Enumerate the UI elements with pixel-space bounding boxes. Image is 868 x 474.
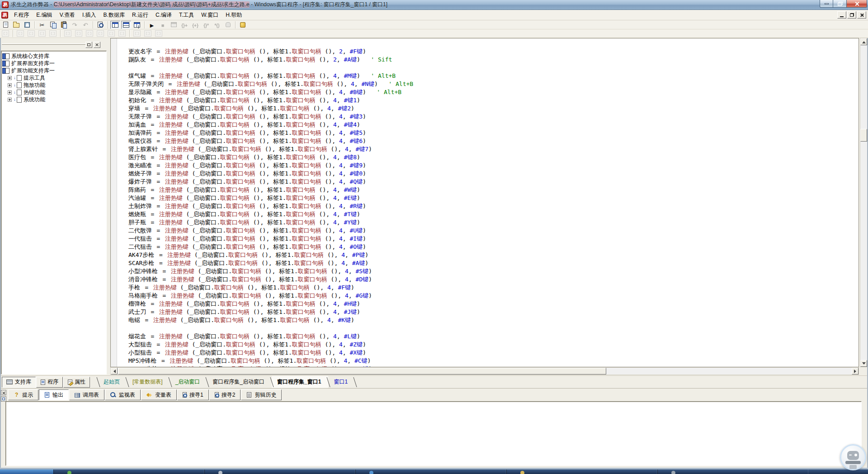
close-button[interactable]	[847, 0, 867, 8]
menu-item-w[interactable]: W.窗口	[198, 10, 222, 20]
output-close-button[interactable]	[1, 390, 6, 395]
library-tree[interactable]: 系统核心支持库扩展界面支持库一扩展功能支持库一提示工具拖放功能热键功能系统功能	[1, 51, 107, 374]
code-line[interactable]: 烟花盒 ＝ 注册热键 (_启动窗口.取窗口句柄 (), 标签1.取窗口句柄 ()…	[128, 332, 859, 341]
code-line[interactable]: 汽油罐 ＝ 注册热键 (_启动窗口.取窗口句柄 (), 标签1.取窗口句柄 ()…	[128, 194, 859, 202]
code-line[interactable]: SCAR步枪 ＝ 注册热键 (_启动窗口.取窗口句柄 (), 标签1.取窗口句柄…	[128, 259, 859, 267]
paste-button[interactable]	[59, 21, 69, 29]
code-line[interactable]: 初始化 ＝ 注册热键 (_启动窗口.取窗口句柄 (), 标签1.取窗口句柄 ()…	[128, 96, 859, 104]
doc-tab[interactable]: 窗口程序集_窗口1	[272, 376, 328, 389]
code-line[interactable]: 小型狙击 ＝ 注册热键 (_启动窗口.取窗口句柄 (), 标签1.取窗口句柄 (…	[128, 349, 859, 357]
output-tab[interactable]: 变量表	[141, 389, 177, 400]
code-line[interactable]: 阵痛药 ＝ 注册热键 (_启动窗口.取窗口句柄 (), 标签1.取窗口句柄 ()…	[128, 186, 859, 194]
code-line[interactable]: 小型冲锋枪 ＝ 注册热键 (_启动窗口.取窗口句柄 (), 标签1.取窗口句柄 …	[128, 267, 859, 275]
code-line[interactable]: 穿墙 ＝ 注册热键 (_启动窗口.取窗口句柄 (), 标签1.取窗口句柄 (),…	[128, 104, 859, 113]
layout-output-button[interactable]	[121, 21, 131, 29]
code-line[interactable]: 榴弹枪 ＝ 注册热键 (_启动窗口.取窗口句柄 (), 标签1.取窗口句柄 ()…	[128, 300, 859, 308]
sidebar-tab-books[interactable]: 支持库	[2, 377, 36, 388]
code-line[interactable]: 马格南手枪 ＝ 注册热键 (_启动窗口.取窗口句柄 (), 标签1.取窗口句柄 …	[128, 292, 859, 300]
mdi-minimize-button[interactable]	[837, 11, 846, 19]
code-line[interactable]: 电震仪器 ＝ 注册热键 (_启动窗口.取窗口句柄 (), 标签1.取窗口句柄 (…	[128, 137, 859, 145]
doc-tab[interactable]: 窗口程序集_启动窗口	[207, 376, 272, 389]
code-editor[interactable]: 更改名字 ＝ 注册热键 (_启动窗口.取窗口句柄 (), 标签1.取窗口句柄 (…	[110, 38, 859, 367]
code-line[interactable]: 大型狙击 ＝ 注册热键 (_启动窗口.取窗口句柄 (), 标签1.取窗口句柄 (…	[128, 341, 859, 349]
doc-tab[interactable]: _启动窗口	[170, 376, 208, 389]
minimize-button[interactable]	[820, 0, 833, 8]
code-line[interactable]: 无限子弹 ＝ 注册热键 (_启动窗口.取窗口句柄 (), 标签1.取窗口句柄 (…	[128, 113, 859, 121]
scroll-down-button[interactable]	[860, 360, 867, 367]
mdi-close-button[interactable]	[857, 11, 866, 19]
code-line[interactable]: 显示隐藏 ＝ 注册热键 (_启动窗口.取窗口句柄 (), 标签1.取窗口句柄 (…	[128, 88, 859, 96]
doc-tab[interactable]: 起始页	[98, 376, 127, 389]
editor-horizontal-scrollbar[interactable]	[110, 367, 859, 375]
code-line[interactable]: 加满弹药 ＝ 注册热键 (_启动窗口.取窗口句柄 (), 标签1.取窗口句柄 (…	[128, 129, 859, 137]
restore-button[interactable]	[833, 0, 847, 8]
horizontal-scroll-thumb[interactable]	[118, 368, 606, 374]
editor-vertical-scrollbar[interactable]	[860, 38, 868, 367]
find-button[interactable]	[95, 21, 105, 29]
menu-item-i[interactable]: I.插入	[79, 10, 100, 20]
code-line[interactable]: AK47步枪 ＝ 注册热键 (_启动窗口.取窗口句柄 (), 标签1.取窗口句柄…	[128, 251, 859, 259]
code-line[interactable]: 燃烧子弹 ＝ 注册热键 (_启动窗口.取窗口句柄 (), 标签1.取窗口句柄 (…	[128, 170, 859, 178]
output-tab[interactable]: 搜寻2	[209, 389, 241, 400]
tree-item[interactable]: 扩展界面支持库一	[2, 60, 105, 67]
code-line[interactable]: 二代散弹 ＝ 注册热键 (_启动窗口.取窗口句柄 (), 标签1.取窗口句柄 (…	[128, 227, 859, 235]
menu-item-f[interactable]: F.程序	[10, 10, 33, 20]
code-line[interactable]: 激光瞄准 ＝ 注册热键 (_启动窗口.取窗口句柄 (), 标签1.取窗口句柄 (…	[128, 161, 859, 170]
title-bar[interactable]: 易 求生之路作弊器 - C:\Users\Administrator\Deskt…	[0, 0, 868, 10]
vertical-scroll-thumb[interactable]	[860, 129, 867, 142]
menu-item-t[interactable]: T.工具	[175, 10, 198, 20]
windows-taskbar[interactable]	[0, 469, 868, 474]
code-line[interactable]: 手枪 ＝ 注册热键 (_启动窗口.取窗口句柄 (), 标签1.取窗口句柄 (),…	[128, 284, 859, 292]
code-line[interactable]: 土制炸弹 ＝ 注册热键 (_启动窗口.取窗口句柄 (), 标签1.取窗口句柄 (…	[128, 202, 859, 210]
output-tab[interactable]: 监视表	[105, 389, 141, 400]
scroll-right-button[interactable]	[852, 368, 859, 374]
output-tab[interactable]: 调用表	[69, 389, 104, 400]
code-line[interactable]: 肾上腺素针 ＝ 注册热键 (_启动窗口.取窗口句柄 (), 标签1.取窗口句柄 …	[128, 145, 859, 153]
output-tab[interactable]: 提示	[8, 389, 38, 400]
cut-button[interactable]	[37, 21, 47, 29]
output-tab[interactable]: 输出	[39, 389, 69, 400]
layout-workspace-button[interactable]	[110, 21, 120, 29]
tree-item[interactable]: 热键功能	[2, 89, 105, 96]
run-button[interactable]	[147, 21, 157, 29]
tree-item[interactable]: 提示工具	[2, 74, 105, 81]
assistant-floating-ball-icon[interactable]	[840, 444, 866, 470]
code-line[interactable]: 爆炸子弹 ＝ 注册热键 (_启动窗口.取窗口句柄 (), 标签1.取窗口句柄 (…	[128, 178, 859, 186]
taskbar-button[interactable]	[657, 469, 808, 474]
layout-grid-button[interactable]	[132, 21, 142, 29]
menu-item-r[interactable]: R.运行	[128, 10, 152, 20]
tree-item[interactable]: 扩展功能支持库一	[2, 67, 105, 74]
doc-tab[interactable]: 窗口1	[328, 376, 355, 389]
menu-item-v[interactable]: V.查看	[56, 10, 79, 20]
new-file-button[interactable]	[0, 21, 10, 29]
code-line[interactable]	[128, 64, 859, 72]
tree-item[interactable]: 拖放功能	[2, 81, 105, 89]
output-tab[interactable]: 搜寻1	[177, 389, 209, 400]
taskbar-button[interactable]	[355, 469, 506, 474]
taskbar-button[interactable]	[53, 469, 204, 474]
code-line[interactable]: MP5冲锋枪 ＝ 注册热键 (_启动窗口.取窗口句柄 (), 标签1.取窗口句柄…	[128, 357, 859, 365]
tree-item[interactable]: 系统核心支持库	[2, 52, 105, 60]
code-line[interactable]	[128, 324, 859, 332]
code-line[interactable]: 加满血 ＝ 注册热键 (_启动窗口.取窗口句柄 (), 标签1.取窗口句柄 ()…	[128, 121, 859, 129]
code-line[interactable]: 燃烧瓶 ＝ 注册热键 (_启动窗口.取窗口句柄 (), 标签1.取窗口句柄 ()…	[128, 210, 859, 218]
code-line[interactable]: 武士刀 ＝ 注册热键 (_启动窗口.取窗口句柄 (), 标签1.取窗口句柄 ()…	[128, 308, 859, 316]
sidebar-tab-prop[interactable]: 属性	[63, 377, 90, 388]
menu-item-b[interactable]: B.数据库	[100, 10, 128, 20]
code-line[interactable]: 踢队友 ＝ 注册热键 (_启动窗口.取窗口句柄 (), 标签1.取窗口句柄 ()…	[128, 56, 859, 64]
taskbar-button[interactable]	[506, 469, 657, 474]
expand-plus-icon[interactable]	[8, 90, 12, 95]
taskbar-start-area[interactable]	[0, 469, 53, 474]
expand-plus-icon[interactable]	[8, 76, 12, 80]
code-line[interactable]: 电锯 ＝ 注册热键 (_启动窗口.取窗口句柄 (), 标签1.取窗口句柄 (),…	[128, 316, 859, 324]
output-content[interactable]	[5, 401, 862, 466]
tree-item[interactable]: 系统功能	[2, 96, 105, 103]
panel-close-button[interactable]	[94, 42, 100, 48]
menu-item-e[interactable]: E.编辑	[33, 10, 56, 20]
code-line[interactable]: 二代狙击 ＝ 注册热键 (_启动窗口.取窗口句柄 (), 标签1.取窗口句柄 (…	[128, 243, 859, 251]
doc-tab[interactable]: [常量数据表]	[127, 376, 170, 389]
code-area[interactable]: 更改名字 ＝ 注册热键 (_启动窗口.取窗口句柄 (), 标签1.取窗口句柄 (…	[118, 38, 859, 367]
expand-plus-icon[interactable]	[8, 83, 12, 87]
output-tab[interactable]: 剪辑历史	[241, 389, 282, 400]
expand-plus-icon[interactable]	[8, 98, 12, 102]
